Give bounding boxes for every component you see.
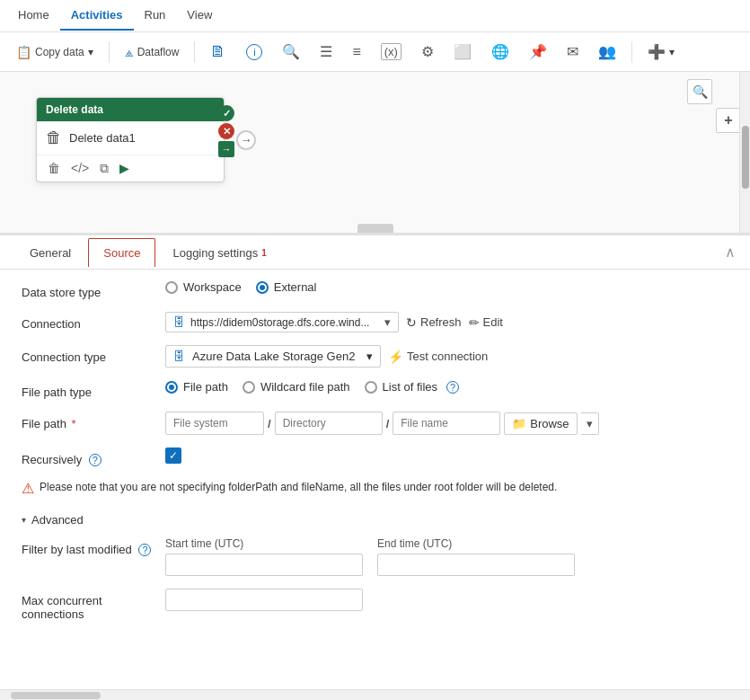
toolbar-icon-doc[interactable]: 🗎: [202, 38, 234, 66]
action-code-icon[interactable]: </>: [69, 159, 91, 178]
refresh-icon: ↻: [406, 315, 417, 330]
menu-home[interactable]: Home: [7, 1, 60, 31]
refresh-button[interactable]: ↻ Refresh: [406, 315, 462, 330]
activity-node-header: Delete data ✓ ✕ →: [37, 98, 224, 121]
radio-wildcard[interactable]: Wildcard file path: [243, 380, 350, 394]
toolbar-icon-list2[interactable]: ≡: [344, 40, 368, 65]
warning-text: Please note that you are not specifying …: [40, 479, 557, 495]
node-checkmark-btn[interactable]: ✓: [218, 105, 234, 121]
tab-general[interactable]: General: [14, 238, 86, 267]
radio-workspace-circle: [165, 281, 178, 294]
radio-file-path[interactable]: File path: [165, 380, 228, 394]
panel-collapse-btn[interactable]: ∧: [725, 244, 736, 261]
activity-node-title: Delete data: [46, 103, 103, 116]
max-concurrent-row: Max concurrent connections: [22, 589, 728, 621]
toolbar-icon-gear[interactable]: ⚙: [413, 39, 442, 65]
file-path-type-row: File path type File path Wildcard file p…: [22, 380, 728, 399]
recursively-info-icon[interactable]: ?: [89, 454, 101, 466]
tabs-left: General Source Logging settings 1: [14, 238, 284, 267]
toolbar-icon-search[interactable]: 🔍: [274, 39, 308, 65]
canvas-plus-btn[interactable]: +: [716, 108, 741, 133]
node-arrow-btn[interactable]: →: [218, 141, 234, 157]
node-side-controls: ✓ ✕ →: [218, 105, 234, 157]
test-connection-button[interactable]: ⚡ Test connection: [388, 350, 488, 364]
node-connect-arrow[interactable]: →: [236, 130, 256, 150]
start-time-input[interactable]: [165, 554, 363, 576]
edit-button[interactable]: ✏ Edit: [469, 315, 503, 330]
data-store-type-row: Data store type Workspace External: [22, 280, 728, 299]
filter-last-modified-row: Filter by last modified ? Start time (UT…: [22, 537, 728, 576]
form-area: Data store type Workspace External Conne…: [0, 270, 750, 644]
toolbar-icon-info[interactable]: i: [238, 40, 270, 65]
gear-icon: ⚙: [421, 43, 434, 60]
action-copy-icon[interactable]: ⧉: [98, 159, 110, 178]
toolbar-icon-var[interactable]: (x): [373, 39, 410, 65]
node-x-btn[interactable]: ✕: [218, 123, 234, 139]
recursively-control: ✓: [165, 447, 728, 464]
menu-run[interactable]: Run: [134, 1, 177, 31]
pin-icon: 📌: [529, 43, 547, 60]
toolbar-icon-box[interactable]: ⬜: [446, 39, 480, 65]
browse-label: Browse: [530, 417, 569, 430]
action-delete-icon[interactable]: 🗑: [46, 159, 62, 178]
action-run-icon[interactable]: ▶: [118, 159, 131, 178]
end-time-input[interactable]: [377, 554, 575, 576]
radio-list-files[interactable]: List of files ?: [365, 380, 459, 394]
logging-badge: 1: [261, 248, 267, 258]
tab-source[interactable]: Source: [88, 238, 155, 267]
file-path-label-text: File path: [22, 417, 66, 430]
radio-workspace[interactable]: Workspace: [165, 280, 242, 294]
canvas-scrollbar[interactable]: [739, 72, 750, 233]
filter-info-icon[interactable]: ?: [138, 544, 151, 556]
copy-data-button[interactable]: 📋 Copy data ▾: [7, 40, 101, 65]
copy-data-label: Copy data: [35, 46, 84, 58]
menu-view[interactable]: View: [176, 1, 223, 31]
refresh-label: Refresh: [420, 315, 462, 329]
filter-last-modified-label: Filter by last modified ?: [22, 537, 165, 556]
panel-collapse-handle[interactable]: [357, 224, 393, 233]
info-icon: i: [246, 44, 262, 60]
toolbar-icon-mail[interactable]: ✉: [559, 39, 587, 65]
file-path-type-control: File path Wildcard file path List of fil…: [165, 380, 728, 394]
tab-logging[interactable]: Logging settings 1: [157, 238, 281, 267]
toolbar-icon-pin[interactable]: 📌: [521, 39, 555, 65]
toolbar-icon-list1[interactable]: ☰: [312, 39, 340, 65]
bottom-scrollbar[interactable]: [0, 689, 750, 700]
activity-node-name: Delete data1: [69, 131, 136, 145]
menu-bar: Home Activities Run View: [0, 0, 750, 32]
dataflow-button[interactable]: ⟁ Dataflow: [117, 40, 188, 65]
max-concurrent-input[interactable]: [165, 589, 363, 611]
file-system-input[interactable]: [165, 412, 264, 435]
connection-type-value: Azure Data Lake Storage Gen2: [192, 350, 355, 363]
tabs-bar: General Source Logging settings 1 ∧: [0, 235, 750, 270]
directory-input[interactable]: [275, 412, 383, 435]
end-time-col: End time (UTC): [377, 537, 575, 576]
radio-external-circle: [256, 281, 269, 294]
browse-button[interactable]: 📁 Browse: [504, 412, 577, 435]
menu-activities[interactable]: Activities: [60, 1, 134, 31]
box-icon: ⬜: [454, 43, 472, 60]
file-path-label: File path *: [22, 412, 165, 430]
toolbar-separator-1: [109, 41, 110, 63]
data-store-type-label: Data store type: [22, 280, 165, 299]
file-path-type-radio-group: File path Wildcard file path List of fil…: [165, 380, 459, 394]
connection-value: https://didem0storage.dfs.core.wind...: [190, 316, 369, 329]
advanced-header[interactable]: ▾ Advanced: [22, 509, 728, 530]
connection-field[interactable]: 🗄 https://didem0storage.dfs.core.wind...…: [165, 312, 399, 332]
toolbar-icon-people[interactable]: 👥: [590, 39, 624, 65]
browse-dropdown-btn[interactable]: ▾: [581, 412, 599, 435]
list-files-info-icon[interactable]: ?: [446, 381, 459, 394]
file-name-input[interactable]: [393, 412, 500, 435]
canvas-search-icon: 🔍: [693, 84, 708, 99]
radio-external[interactable]: External: [256, 280, 317, 294]
add-button[interactable]: ➕▾: [640, 39, 683, 65]
edit-icon: ✏: [469, 315, 480, 330]
radio-wildcard-label: Wildcard file path: [260, 380, 350, 394]
canvas-search-btn[interactable]: 🔍: [687, 79, 712, 104]
people-icon: 👥: [598, 43, 616, 60]
recursively-checkbox[interactable]: ✓: [165, 447, 181, 464]
toolbar-icon-globe[interactable]: 🌐: [483, 39, 517, 65]
connection-type-select[interactable]: 🗄 Azure Data Lake Storage Gen2 ▾: [165, 345, 381, 368]
tab-logging-label: Logging settings: [172, 246, 258, 260]
connection-type-dropdown-icon: ▾: [366, 350, 373, 363]
